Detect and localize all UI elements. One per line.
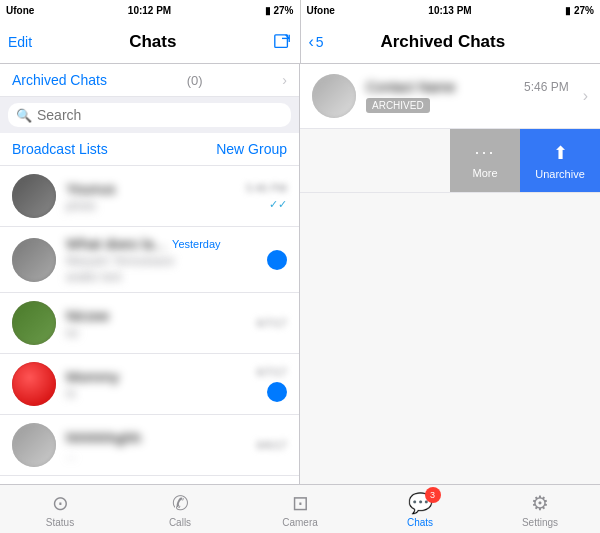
archived-title: Archived Chats bbox=[380, 32, 505, 52]
archived-nav: ‹ 5 Archived Chats bbox=[301, 20, 601, 63]
main-content: Archived Chats (0) › 🔍 Broadcast Lists N… bbox=[0, 64, 600, 484]
archived-chat-info: Contact Name 5:46 PM ARCHIVED bbox=[366, 79, 569, 113]
nav-bars: Edit Chats ‹ 5 Archived Chats bbox=[0, 20, 600, 64]
search-input-wrap[interactable]: 🔍 bbox=[8, 103, 291, 127]
tab-status[interactable]: ⊙ Status bbox=[0, 485, 120, 533]
new-group-button[interactable]: New Group bbox=[216, 141, 287, 157]
edit-button[interactable]: Edit bbox=[8, 34, 32, 50]
broadcast-lists-button[interactable]: Broadcast Lists bbox=[12, 141, 108, 157]
list-item[interactable]: Mommy hi 6/7/17 bbox=[0, 354, 299, 415]
chat-time: 6/7/17 bbox=[256, 366, 287, 378]
tab-settings-label: Settings bbox=[522, 517, 558, 528]
left-status-bar: Ufone 10:12 PM ▮ 27% bbox=[0, 0, 301, 20]
unarchive-icon: ⬆ bbox=[553, 142, 568, 164]
avatar bbox=[12, 238, 56, 282]
chat-preview: Maryam Yenouisace bbox=[66, 254, 257, 268]
compose-button[interactable] bbox=[273, 33, 291, 51]
search-input[interactable] bbox=[37, 107, 283, 123]
avatar bbox=[12, 301, 56, 345]
archived-item-arrow: › bbox=[583, 87, 588, 105]
chat-name: hhhhhhghh bbox=[66, 429, 246, 446]
chats-title: Chats bbox=[129, 32, 176, 52]
chat-info: hhhhhhghh ... bbox=[66, 429, 246, 462]
chat-meta: 6/7/17 bbox=[256, 366, 287, 402]
chat-info: Mommy hi bbox=[66, 368, 246, 401]
chat-time: 5:46 PM bbox=[246, 182, 287, 194]
tab-bar: ⊙ Status ✆ Calls ⊡ Camera 💬 3 Chats ⚙ Se… bbox=[0, 484, 600, 533]
chat-name: What does la... bbox=[66, 235, 166, 252]
left-carrier: Ufone bbox=[6, 5, 34, 16]
broadcast-row: Broadcast Lists New Group bbox=[0, 133, 299, 166]
search-icon: 🔍 bbox=[16, 108, 32, 123]
unread-badge bbox=[267, 250, 287, 270]
svg-rect-0 bbox=[275, 34, 288, 47]
list-item[interactable]: Nirzee lui 6/7/17 bbox=[0, 293, 299, 354]
left-time: 10:12 PM bbox=[128, 5, 171, 16]
chat-info: What does la... Yesterday Maryam Yenouis… bbox=[66, 235, 257, 284]
chat-preview-2: arabic text bbox=[66, 270, 257, 284]
archived-row[interactable]: Archived Chats (0) › bbox=[0, 64, 299, 97]
list-item[interactable]: What does la... Yesterday Maryam Yenouis… bbox=[0, 227, 299, 293]
more-label: More bbox=[472, 167, 497, 179]
back-badge: 5 bbox=[316, 34, 324, 50]
battery-icon: ▮ 27% bbox=[265, 5, 294, 16]
camera-tab-icon: ⊡ bbox=[292, 491, 309, 515]
chat-meta: 5:46 PM ✓✓ bbox=[246, 182, 287, 211]
chat-name: Younus bbox=[66, 180, 236, 197]
chat-name: Mommy bbox=[66, 368, 246, 385]
more-dots-icon: ··· bbox=[474, 142, 495, 163]
ticks-icon: ✓✓ bbox=[269, 198, 287, 211]
left-status-icons: ▮ 27% bbox=[265, 5, 294, 16]
chats-nav: Edit Chats bbox=[0, 20, 301, 63]
tab-calls-label: Calls bbox=[169, 517, 191, 528]
right-panel: Contact Name 5:46 PM ARCHIVED › ··· More… bbox=[300, 64, 600, 484]
tab-camera[interactable]: ⊡ Camera bbox=[240, 485, 360, 533]
archived-label: Archived Chats bbox=[12, 72, 107, 88]
tab-status-label: Status bbox=[46, 517, 74, 528]
back-button[interactable]: ‹ 5 bbox=[309, 33, 324, 51]
chat-name: Nirzee bbox=[66, 307, 246, 324]
right-empty-area bbox=[300, 193, 600, 484]
chat-preview: ... bbox=[66, 448, 246, 462]
archived-badge: ARCHIVED bbox=[366, 98, 430, 113]
tab-camera-label: Camera bbox=[282, 517, 318, 528]
unread-badge bbox=[267, 382, 287, 402]
right-carrier: Ufone bbox=[307, 5, 335, 16]
chat-meta bbox=[267, 250, 287, 270]
avatar bbox=[312, 74, 356, 118]
search-bar: 🔍 bbox=[0, 97, 299, 133]
more-button[interactable]: ··· More bbox=[450, 129, 520, 193]
swipe-actions: ··· More ⬆ Unarchive bbox=[300, 129, 600, 193]
unarchive-button[interactable]: ⬆ Unarchive bbox=[520, 129, 600, 193]
right-status-bar: Ufone 10:13 PM ▮ 27% bbox=[301, 0, 601, 20]
chat-list: Younus photo 5:46 PM ✓✓ What does la... … bbox=[0, 166, 299, 484]
tab-chats[interactable]: 💬 3 Chats bbox=[360, 485, 480, 533]
archived-count: (0) bbox=[187, 73, 203, 88]
chats-badge: 3 bbox=[425, 487, 441, 503]
archived-row-arrow: › bbox=[282, 72, 287, 88]
status-tab-icon: ⊙ bbox=[52, 491, 69, 515]
chat-time: 6/6/17 bbox=[256, 439, 287, 451]
right-battery-icon: ▮ 27% bbox=[565, 5, 594, 16]
tab-settings[interactable]: ⚙ Settings bbox=[480, 485, 600, 533]
unarchive-label: Unarchive bbox=[535, 168, 585, 180]
chat-preview: lui bbox=[66, 326, 246, 340]
archived-time: 5:46 PM bbox=[524, 80, 569, 94]
settings-tab-icon: ⚙ bbox=[531, 491, 549, 515]
status-bars: Ufone 10:12 PM ▮ 27% Ufone 10:13 PM ▮ 27… bbox=[0, 0, 600, 20]
right-status-icons: ▮ 27% bbox=[565, 5, 594, 16]
chat-info: Younus photo bbox=[66, 180, 236, 213]
chat-meta: 6/7/17 bbox=[256, 317, 287, 329]
chat-preview: hi bbox=[66, 387, 246, 401]
list-item[interactable]: Younus photo 5:46 PM ✓✓ bbox=[0, 166, 299, 227]
avatar bbox=[12, 423, 56, 467]
swipe-content bbox=[300, 129, 450, 193]
right-time: 10:13 PM bbox=[428, 5, 471, 16]
list-item[interactable]: hhhhhhghh ... 6/6/17 bbox=[0, 415, 299, 476]
chat-preview: photo bbox=[66, 199, 236, 213]
tab-calls[interactable]: ✆ Calls bbox=[120, 485, 240, 533]
tab-chats-label: Chats bbox=[407, 517, 433, 528]
archived-chat-item[interactable]: Contact Name 5:46 PM ARCHIVED › bbox=[300, 64, 600, 129]
calls-tab-icon: ✆ bbox=[172, 491, 189, 515]
chat-time: 6/7/17 bbox=[256, 317, 287, 329]
